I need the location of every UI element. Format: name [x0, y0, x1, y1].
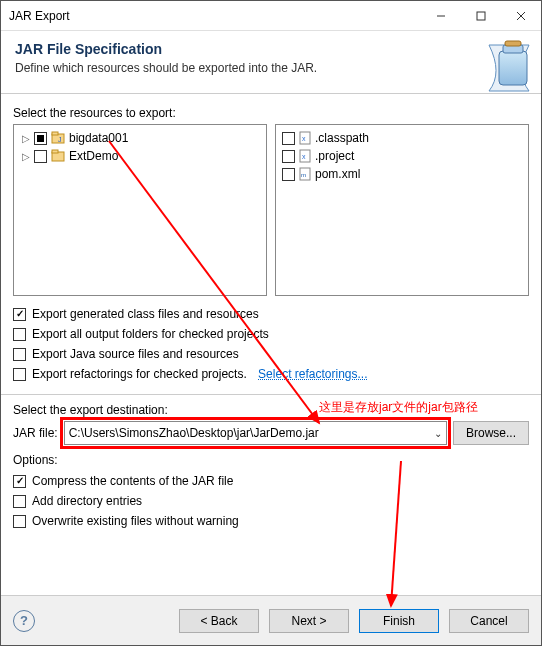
opt-java-source[interactable]: Export Java source files and resources — [13, 344, 529, 364]
jar-file-combo[interactable]: C:\Users\SimonsZhao\Desktop\jar\JarDemo.… — [64, 421, 447, 445]
svg-rect-8 — [52, 132, 58, 135]
svg-rect-4 — [499, 51, 527, 85]
checkbox[interactable] — [13, 328, 26, 341]
options-group: Options: Compress the contents of the JA… — [13, 453, 529, 531]
project-tree-pane[interactable]: ▷ J bigdata001 ▷ ExtDemo — [13, 124, 267, 296]
project-icon — [51, 149, 65, 163]
checkbox[interactable] — [13, 348, 26, 361]
cancel-button[interactable]: Cancel — [449, 609, 529, 633]
export-options: Export generated class files and resourc… — [13, 304, 529, 384]
checkbox[interactable] — [282, 150, 295, 163]
file-list-pane[interactable]: x .classpath x .project m pom.xml — [275, 124, 529, 296]
dialog-footer: ? < Back Next > Finish Cancel — [1, 595, 541, 645]
file-label: .classpath — [315, 131, 369, 145]
list-item[interactable]: m pom.xml — [280, 165, 524, 183]
opt-add-dir[interactable]: Add directory entries — [13, 491, 529, 511]
checkbox[interactable] — [13, 475, 26, 488]
jar-file-value: C:\Users\SimonsZhao\Desktop\jar\JarDemo.… — [69, 426, 319, 440]
options-label: Options: — [13, 453, 529, 467]
opt-label: Export refactorings for checked projects… — [32, 367, 247, 381]
resource-panes: ▷ J bigdata001 ▷ ExtDemo x .classpath — [13, 124, 529, 296]
finish-button[interactable]: Finish — [359, 609, 439, 633]
jar-file-label: JAR file: — [13, 426, 58, 440]
help-button[interactable]: ? — [13, 610, 35, 632]
svg-rect-1 — [477, 12, 485, 20]
close-button[interactable] — [501, 1, 541, 30]
file-icon: x — [299, 149, 311, 163]
opt-label: Export generated class files and resourc… — [32, 307, 259, 321]
opt-refactorings[interactable]: Export refactorings for checked projects… — [13, 364, 529, 384]
checkbox[interactable] — [13, 368, 26, 381]
title-bar: JAR Export — [1, 1, 541, 31]
window-buttons — [421, 1, 541, 30]
page-title: JAR File Specification — [15, 41, 527, 57]
checkbox[interactable] — [34, 150, 47, 163]
annotation-text: 这里是存放jar文件的jar包路径 — [319, 399, 478, 416]
project-icon: J — [51, 131, 65, 145]
dialog-body: Select the resources to export: ▷ J bigd… — [1, 94, 541, 531]
checkbox[interactable] — [13, 495, 26, 508]
jar-icon — [485, 37, 535, 97]
chevron-down-icon[interactable]: ⌄ — [434, 428, 442, 439]
file-icon: m — [299, 167, 311, 181]
browse-button[interactable]: Browse... — [453, 421, 529, 445]
list-item[interactable]: x .classpath — [280, 129, 524, 147]
back-button[interactable]: < Back — [179, 609, 259, 633]
svg-rect-6 — [505, 41, 521, 46]
select-refactorings-link[interactable]: Select refactorings... — [258, 367, 367, 381]
opt-label: Add directory entries — [32, 494, 142, 508]
page-subtitle: Define which resources should be exporte… — [15, 61, 527, 75]
svg-text:J: J — [58, 136, 62, 143]
svg-text:x: x — [302, 135, 306, 142]
destination-row: JAR file: C:\Users\SimonsZhao\Desktop\ja… — [13, 421, 529, 445]
file-icon: x — [299, 131, 311, 145]
opt-compress[interactable]: Compress the contents of the JAR file — [13, 471, 529, 491]
checkbox[interactable] — [34, 132, 47, 145]
dialog-window: JAR Export JAR File Specification Define… — [0, 0, 542, 646]
separator — [1, 394, 541, 395]
checkbox[interactable] — [13, 308, 26, 321]
checkbox[interactable] — [13, 515, 26, 528]
next-button[interactable]: Next > — [269, 609, 349, 633]
tree-row[interactable]: ▷ J bigdata001 — [18, 129, 262, 147]
checkbox[interactable] — [282, 132, 295, 145]
opt-generated[interactable]: Export generated class files and resourc… — [13, 304, 529, 324]
tree-item-label: bigdata001 — [69, 131, 128, 145]
tree-item-label: ExtDemo — [69, 149, 118, 163]
expand-icon[interactable]: ▷ — [20, 133, 32, 144]
minimize-button[interactable] — [421, 1, 461, 30]
tree-row[interactable]: ▷ ExtDemo — [18, 147, 262, 165]
expand-icon[interactable]: ▷ — [20, 151, 32, 162]
opt-label: Overwrite existing files without warning — [32, 514, 239, 528]
checkbox[interactable] — [282, 168, 295, 181]
opt-label: Export Java source files and resources — [32, 347, 239, 361]
file-label: pom.xml — [315, 167, 360, 181]
svg-rect-11 — [52, 150, 58, 153]
maximize-button[interactable] — [461, 1, 501, 30]
opt-output-folders[interactable]: Export all output folders for checked pr… — [13, 324, 529, 344]
svg-text:x: x — [302, 153, 306, 160]
file-label: .project — [315, 149, 354, 163]
opt-label: Compress the contents of the JAR file — [32, 474, 233, 488]
window-title: JAR Export — [9, 9, 421, 23]
list-item[interactable]: x .project — [280, 147, 524, 165]
opt-label: Export all output folders for checked pr… — [32, 327, 269, 341]
dialog-header: JAR File Specification Define which reso… — [1, 31, 541, 94]
select-resources-label: Select the resources to export: — [13, 106, 529, 120]
svg-text:m: m — [301, 172, 306, 178]
opt-overwrite[interactable]: Overwrite existing files without warning — [13, 511, 529, 531]
